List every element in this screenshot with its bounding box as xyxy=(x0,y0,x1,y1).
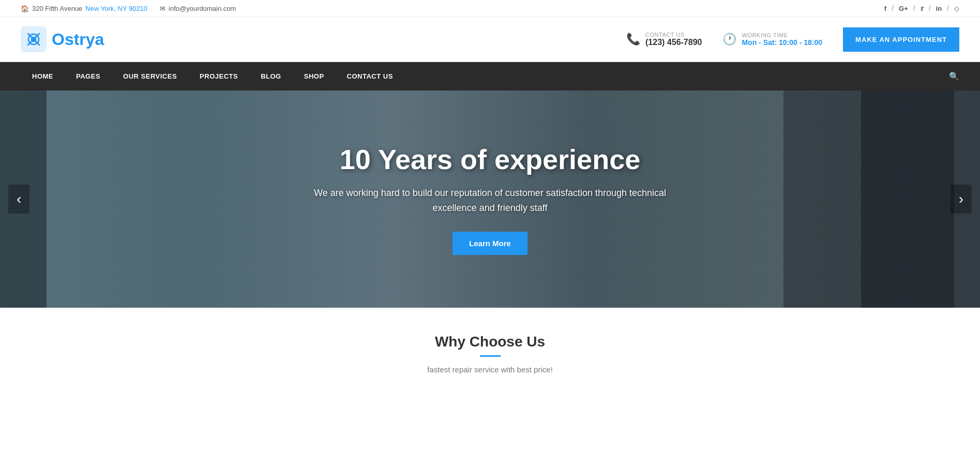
nav-links: HOME PAGES OUR SERVICES PROJECTS BLOG SH… xyxy=(21,63,404,89)
contact-phone: (123) 456-7890 xyxy=(645,38,702,47)
linkedin-icon[interactable]: in xyxy=(936,5,942,12)
top-bar-left: 🏠 320 Fifth Avenue New York, NY 90210 ✉ … xyxy=(21,5,236,12)
contact-label: CONTACT US xyxy=(645,32,702,38)
email-info: ✉ info@yourdomain.com xyxy=(160,5,236,12)
nav-blog[interactable]: BLOG xyxy=(249,63,293,89)
hero-next-arrow[interactable]: › xyxy=(951,185,972,214)
address-info: 🏠 320 Fifth Avenue New York, NY 90210 xyxy=(21,5,147,12)
divider: / xyxy=(947,4,949,12)
email-link[interactable]: info@yourdomain.com xyxy=(169,5,236,12)
top-bar: 🏠 320 Fifth Avenue New York, NY 90210 ✉ … xyxy=(0,0,980,17)
svg-point-4 xyxy=(32,37,36,41)
address-link[interactable]: New York, NY 90210 xyxy=(85,5,147,12)
working-time: 🕐 WORKING TIME Mon - Sat: 10:00 - 18:00 xyxy=(722,32,822,47)
instagram-icon[interactable]: ◇ xyxy=(954,5,959,12)
phone-icon: 📞 xyxy=(626,33,640,46)
header-right: 📞 CONTACT US (123) 456-7890 🕐 WORKING TI… xyxy=(626,27,959,52)
hero-subtitle: We are working hard to build our reputat… xyxy=(309,186,671,216)
why-divider xyxy=(480,355,501,357)
twitter-icon[interactable]: 𝕣 xyxy=(921,5,924,12)
divider: / xyxy=(892,4,894,12)
social-icons: f / G+ / 𝕣 / in / ◇ xyxy=(884,4,959,12)
why-choose-title: Why Choose Us xyxy=(21,334,959,350)
home-icon: 🏠 xyxy=(21,5,29,12)
nav-contact-us[interactable]: CONTACT US xyxy=(336,63,404,89)
nav-home[interactable]: HOME xyxy=(21,63,65,89)
email-icon: ✉ xyxy=(160,5,165,12)
appointment-button[interactable]: MAKE AN APPOINTMENT xyxy=(843,27,959,52)
nav-pages[interactable]: PAGES xyxy=(65,63,112,89)
working-time-label: WORKING TIME xyxy=(742,32,822,38)
clock-icon: 🕐 xyxy=(722,33,736,46)
search-icon[interactable]: 🔍 xyxy=(949,62,959,90)
divider: / xyxy=(929,4,931,12)
working-time-hours: Mon - Sat: 10:00 - 18:00 xyxy=(742,38,822,47)
navbar: HOME PAGES OUR SERVICES PROJECTS BLOG SH… xyxy=(0,62,980,90)
contact-details: CONTACT US (123) 456-7890 xyxy=(645,32,702,47)
hero-title: 10 Years of experience xyxy=(309,143,671,175)
logo-text: Ostrya xyxy=(52,30,104,49)
header: Ostrya 📞 CONTACT US (123) 456-7890 🕐 WOR… xyxy=(0,17,980,62)
hero-content: 10 Years of experience We are working ha… xyxy=(0,90,980,308)
nav-shop[interactable]: SHOP xyxy=(293,63,336,89)
facebook-icon[interactable]: f xyxy=(884,5,886,12)
address-text: 320 Fifth Avenue xyxy=(32,5,82,12)
divider: / xyxy=(913,4,915,12)
hero-text-block: 10 Years of experience We are working ha… xyxy=(309,143,671,255)
nav-our-services[interactable]: OUR SERVICES xyxy=(112,63,188,89)
why-choose-subtitle: fastest repair service with best price! xyxy=(21,365,959,374)
hero-prev-arrow[interactable]: ‹ xyxy=(8,185,29,214)
nav-projects[interactable]: PROJECTS xyxy=(188,63,249,89)
why-choose-section: Why Choose Us fastest repair service wit… xyxy=(0,308,980,389)
contact-info: 📞 CONTACT US (123) 456-7890 xyxy=(626,32,702,47)
hero-section: ‹ 10 Years of experience We are working … xyxy=(0,90,980,308)
logo-icon xyxy=(21,26,47,52)
googleplus-icon[interactable]: G+ xyxy=(899,5,908,12)
learn-more-button[interactable]: Learn More xyxy=(453,232,527,255)
logo[interactable]: Ostrya xyxy=(21,26,104,52)
working-time-details: WORKING TIME Mon - Sat: 10:00 - 18:00 xyxy=(742,32,822,47)
